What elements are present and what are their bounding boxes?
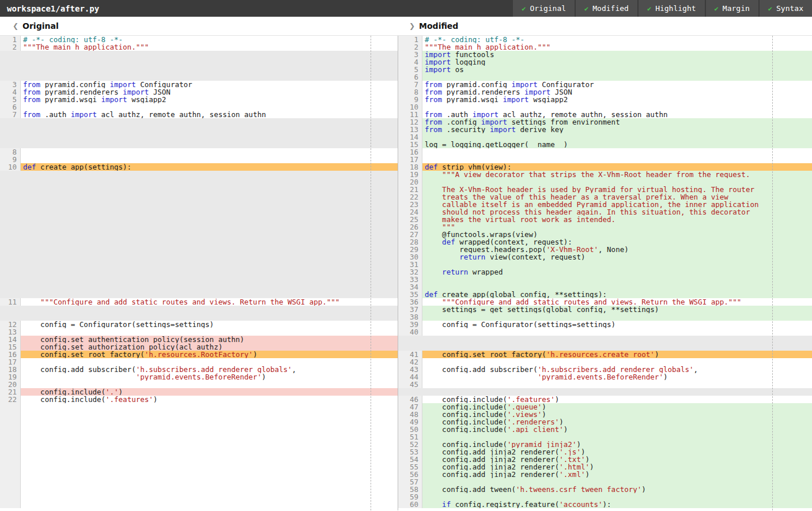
- code-line: def create_app(settings):: [21, 163, 398, 171]
- pane-header-modified: ❯ Modified: [398, 17, 812, 35]
- pane-header-original-label: Original: [22, 21, 59, 31]
- line-number: 3: [0, 81, 21, 88]
- code-line: config.add_jinja2_renderer('.txt'): [422, 456, 812, 463]
- code-line: [21, 426, 398, 433]
- code-row: [0, 456, 398, 463]
- modified-pane[interactable]: 1# -*- coding: utf-8 -*-2"""The main h a…: [398, 36, 812, 510]
- code-line: from .config import settings_from_enviro…: [422, 118, 812, 126]
- line-number: [0, 463, 21, 471]
- line-number: 5: [0, 96, 21, 103]
- code-row: 12 config = Configurator(settings=settin…: [0, 321, 398, 328]
- code-line: import functools: [422, 51, 812, 58]
- code-line: [422, 381, 812, 388]
- code-row: 49 config.include('.renderers'): [398, 418, 812, 426]
- toggle-margin-button[interactable]: ✔Margin: [706, 0, 758, 17]
- code-line: config.include('.api_client'): [422, 426, 812, 433]
- code-line: import logging: [422, 58, 812, 66]
- code-line: @functools.wraps(view): [422, 231, 812, 238]
- code-row: [0, 73, 398, 81]
- code-line: callable itself is an embedded Pyramid a…: [422, 201, 812, 208]
- code-line: 'pyramid.events.BeforeRender'): [422, 373, 812, 381]
- code-line: [422, 261, 812, 268]
- code-row: 19 'pyramid.events.BeforeRender'): [0, 373, 398, 381]
- pane-header-original: ❮ Original: [0, 17, 398, 35]
- code-row: 21 The X-Vhm-Root header is used by Pyra…: [398, 186, 812, 193]
- code-line: from .auth import acl_authz, remote_auth…: [21, 111, 398, 118]
- code-row: 44 'pyramid.events.BeforeRender'): [398, 373, 812, 381]
- code-line: makes the virtual root work as intended.: [422, 216, 812, 223]
- code-row: 39 config = Configurator(settings=settin…: [398, 321, 812, 328]
- line-number: [0, 186, 21, 193]
- code-row: [0, 433, 398, 441]
- line-number: [0, 403, 21, 411]
- toolbar: ✔Original✔Modified✔Highlight✔Margin✔Synt…: [512, 0, 812, 17]
- line-number: [0, 133, 21, 141]
- titlebar: workspace1/after.py ✔Original✔Modified✔H…: [0, 0, 812, 17]
- code-row: 53 config.add_jinja2_renderer('.js'): [398, 448, 812, 456]
- code-row: 25 makes the virtual root work as intend…: [398, 216, 812, 223]
- code-row: 34: [398, 283, 812, 291]
- code-row: 4import logging: [398, 58, 812, 66]
- code-row: 59: [398, 493, 812, 501]
- code-line: [21, 58, 398, 66]
- code-line: from pyramid.wsgi import wsgiapp2: [422, 96, 812, 103]
- code-row: [0, 268, 398, 276]
- code-line: config.include('.queue'): [422, 403, 812, 411]
- code-row: 14 config.set_authentication_policy(sess…: [0, 336, 398, 343]
- line-number: [0, 418, 21, 426]
- code-row: 20: [0, 381, 398, 388]
- code-line: [21, 133, 398, 141]
- code-row: [0, 493, 398, 501]
- chevron-left-icon: ❮: [13, 22, 18, 30]
- code-line: [422, 336, 812, 343]
- code-row: 56 config.add_jinja2_renderer('.xml'): [398, 471, 812, 478]
- toggle-highlight-button[interactable]: ✔Highlight: [639, 0, 705, 17]
- code-line: from pyramid.renderers import JSON: [422, 88, 812, 96]
- code-line: [21, 501, 398, 508]
- line-number: [0, 223, 21, 231]
- line-number: [0, 268, 21, 276]
- code-row: 30 return view(context, request): [398, 253, 812, 261]
- line-number: [0, 456, 21, 463]
- code-row: [0, 238, 398, 246]
- code-row: 6: [0, 103, 398, 111]
- code-line: [21, 441, 398, 448]
- code-line: from .auth import acl_authz, remote_auth…: [422, 111, 812, 118]
- toggle-syntax-button[interactable]: ✔Syntax: [760, 0, 812, 17]
- code-line: def strip_vhm(view):: [422, 163, 812, 171]
- code-row: 4from pyramid.renderers import JSON: [0, 88, 398, 96]
- line-number: [0, 486, 21, 493]
- code-row: [0, 283, 398, 291]
- toggle-modified-button[interactable]: ✔Modified: [576, 0, 637, 17]
- toggle-original-button[interactable]: ✔Original: [513, 0, 575, 17]
- button-label: Highlight: [655, 4, 696, 13]
- line-number: [0, 216, 21, 223]
- code-line: [21, 66, 398, 73]
- code-row: 11from .auth import acl_authz, remote_au…: [398, 111, 812, 118]
- line-number: [0, 276, 21, 283]
- code-row: [0, 58, 398, 66]
- code-line: [21, 141, 398, 148]
- code-row: [0, 201, 398, 208]
- code-row: [0, 193, 398, 201]
- code-line: [21, 283, 398, 291]
- code-row: [0, 246, 398, 253]
- code-row: [0, 441, 398, 448]
- code-line: [21, 216, 398, 223]
- code-row: 47 config.include('.queue'): [398, 403, 812, 411]
- code-row: 38: [398, 313, 812, 321]
- code-line: [21, 456, 398, 463]
- code-line: [422, 478, 812, 486]
- code-line: [21, 358, 398, 366]
- code-row: [0, 418, 398, 426]
- code-row: [0, 253, 398, 261]
- original-pane[interactable]: 1# -*- coding: utf-8 -*-2"""The main h a…: [0, 36, 398, 510]
- code-line: [21, 103, 398, 111]
- line-number: [0, 246, 21, 253]
- code-row: 18 config.add_subscriber('h.subscribers.…: [0, 366, 398, 373]
- line-number: 22: [0, 396, 21, 403]
- code-row: 3from pyramid.config import Configurator: [0, 81, 398, 88]
- code-line: config.include('.features'): [422, 396, 812, 403]
- code-line: [21, 276, 398, 283]
- code-row: 9from pyramid.wsgi import wsgiapp2: [398, 96, 812, 103]
